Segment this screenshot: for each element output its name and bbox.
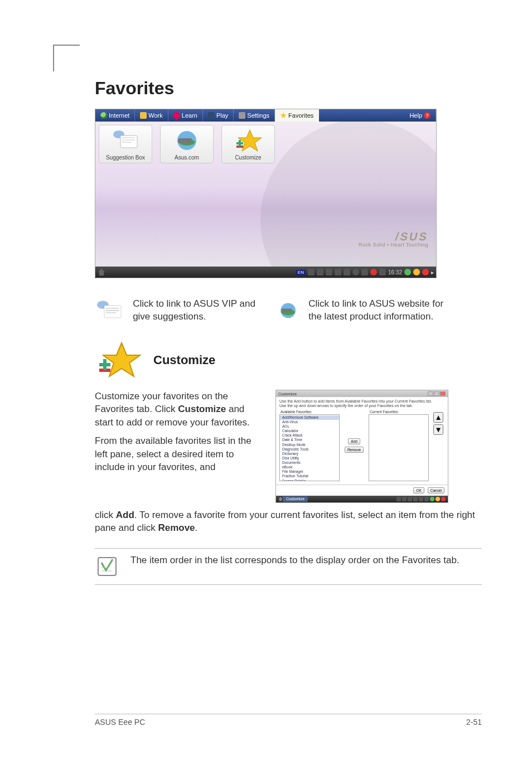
tray-volume-icon[interactable] [352,269,359,275]
tab-bar: Internet Work Learn Play Settings Favori… [95,109,436,122]
briefcase-icon [140,112,147,119]
tray-pip-icon [441,497,446,501]
callout-text: Click to link to ASUS VIP and give sugge… [133,298,262,323]
current-favorites-list[interactable] [369,414,429,481]
launcher-customize[interactable]: Customize [221,125,275,163]
list-item[interactable]: Crack Attack [280,433,339,438]
list-item[interactable]: Add/Remove Software [280,415,339,420]
ok-button[interactable]: OK [413,487,424,493]
cancel-button[interactable]: Cancel [428,487,444,493]
subheading-text: Customize [153,353,215,367]
close-button[interactable] [440,391,446,396]
list-item[interactable]: Date & Time [280,438,339,442]
tab-internet[interactable]: Internet [95,109,135,122]
dialog-footer: OK Cancel [276,485,448,496]
tab-settings[interactable]: Settings [234,109,275,122]
tray-taskmgr-icon[interactable] [317,269,323,275]
list-item[interactable]: Anti-Virus [280,420,339,424]
footer-right: 2-51 [466,718,482,727]
text-run: . To remove a favorite from your current… [95,510,475,533]
page-crop-mark [53,45,80,71]
launcher-label: Asus.com [175,154,199,161]
tab-label: Learn [182,112,197,119]
list-item[interactable]: eBook [280,465,339,469]
text-run: . [195,522,198,533]
text-run: click [95,510,116,520]
svg-rect-16 [98,558,116,575]
tab-play[interactable]: Play [203,109,234,122]
text-bold: Customize [178,404,226,414]
tray-language[interactable]: EN [296,270,306,275]
remove-button[interactable]: Remove [345,447,364,453]
tray-clipboard-icon[interactable] [335,269,341,275]
list-item[interactable]: Frozen Bubble [280,479,339,481]
list-item[interactable]: Calculator [280,429,339,433]
text-bold: Add [116,510,134,520]
tab-help[interactable]: Help? [404,109,436,122]
list-item[interactable]: AOL [280,424,339,429]
tab-label: Internet [109,112,129,119]
tray-dot-red-icon[interactable] [422,269,429,275]
tray-wifi-icon[interactable] [308,269,315,275]
tab-learn[interactable]: Learn [168,109,203,122]
taskbar: EN 16:32 ▸ [95,267,436,278]
dialog-title: Customize [278,392,297,396]
body-text-column: Customize your favorites on the Favorite… [95,390,262,474]
tray-pip-icon [413,497,418,501]
list-item[interactable]: Desktop Mode [280,443,339,447]
customize-star-icon [95,341,142,380]
maximize-button[interactable] [434,391,439,396]
wrench-icon [239,112,245,119]
home-icon[interactable] [98,268,105,276]
reorder-arrows: ▲ ▼ [432,410,444,481]
heart-icon [172,111,181,120]
svg-rect-1 [120,135,137,148]
note-box: The item order in the list corresponds t… [95,548,482,585]
add-button[interactable]: Add [348,438,360,444]
tab-label: Help [409,112,422,119]
suggestion-box-icon [95,293,124,328]
screenshot-favorites-desktop: Internet Work Learn Play Settings Favori… [95,109,437,278]
list-item[interactable]: Documents [280,461,339,465]
note-text: The item order in the list corresponds t… [130,554,460,567]
tray-pip-icon [430,497,434,501]
move-up-button[interactable]: ▲ [433,412,443,423]
launcher-suggestion-box[interactable]: Suggestion Box [99,125,152,163]
svg-rect-11 [281,308,292,312]
tray-pip-icon [419,497,423,501]
star-icon [280,112,287,119]
list-item[interactable]: Dictionary [280,452,339,456]
list-item[interactable]: File Manager [280,469,339,474]
tab-favorites[interactable]: Favorites [275,109,319,122]
list-item[interactable]: Fraction Tutorial [280,474,339,478]
tray-usb-icon[interactable] [361,269,368,275]
tray-antivirus-icon[interactable] [370,269,377,275]
svg-marker-4 [238,130,262,151]
body-paragraph: Customize your favorites on the Favorite… [95,390,262,429]
launcher-label: Suggestion Box [106,154,145,161]
list-item[interactable]: Diagnostic Tools [280,447,339,452]
list-item[interactable]: Disk Utility [280,456,339,461]
home-icon[interactable] [278,497,283,501]
available-favorites-list[interactable]: Add/Remove SoftwareAnti-VirusAOLCalculat… [279,414,340,481]
tray-expand-icon[interactable]: ▸ [431,269,434,275]
dialog-taskbar: Customize [276,496,448,502]
system-tray: EN 16:32 ▸ [296,269,434,275]
tray-clock: 16:32 [388,269,402,275]
note-icon [95,554,119,579]
tray-dot-green-icon[interactable] [404,269,411,275]
tray-doc-icon[interactable] [344,269,350,275]
body-paragraph: click Add. To remove a favorite from you… [95,509,482,535]
joystick-icon [208,112,215,119]
tray-dot-yellow-icon[interactable] [413,269,420,275]
launcher-asus-com[interactable]: Asus.com [160,125,214,163]
tab-label: Play [216,112,228,119]
tab-work[interactable]: Work [135,109,168,122]
asus-logo-icon: /SUS [357,231,429,242]
minimize-button[interactable] [428,391,433,396]
tray-sync-icon[interactable] [379,269,386,275]
tray-pip-icon [424,497,429,501]
tray-battery-icon[interactable] [326,269,332,275]
move-down-button[interactable]: ▼ [433,424,443,435]
taskbar-task[interactable]: Customize [283,496,308,502]
